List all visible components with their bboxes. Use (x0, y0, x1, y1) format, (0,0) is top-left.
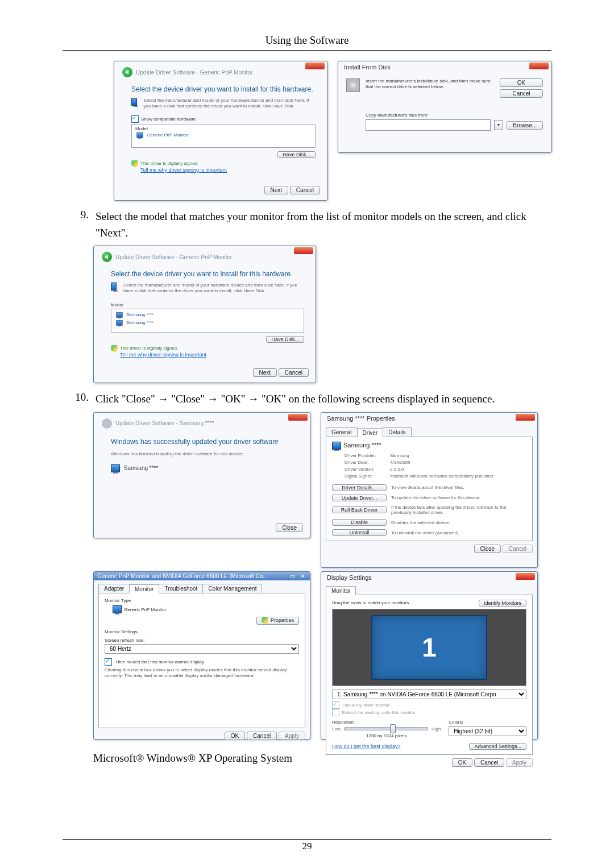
resolution-slider[interactable] (344, 727, 428, 730)
close-icon[interactable] (516, 414, 535, 421)
next-button[interactable]: Next (264, 186, 289, 194)
uninstall-button[interactable]: Uninstall (332, 529, 387, 536)
label-provider: Driver Provider: (345, 453, 390, 458)
label-date: Driver Date: (345, 460, 390, 465)
close-icon[interactable] (288, 414, 308, 421)
label-version: Driver Version: (345, 467, 390, 472)
value-date: 4/14/2005 (390, 460, 526, 465)
model-row[interactable]: Samsung **** (126, 320, 154, 325)
best-display-link[interactable]: How do I get the best display? (332, 744, 401, 749)
monitor-icon (131, 98, 137, 106)
close-icon[interactable] (516, 573, 535, 580)
monitor-icon (111, 283, 117, 290)
cancel-button[interactable]: Cancel (474, 758, 504, 767)
shield-icon (131, 160, 138, 167)
colors-select[interactable]: Highest (32 bit) (449, 726, 526, 736)
disk-icon (346, 78, 360, 92)
update-driver-text: To update the driver software for this d… (391, 495, 526, 500)
update-driver-button[interactable]: Update Driver... (332, 495, 387, 501)
dialog-title: Display Settings (321, 572, 537, 583)
browse-button[interactable]: Browse... (507, 121, 543, 130)
column-header-model: Model (135, 126, 312, 131)
extend-desktop-checkbox (332, 709, 339, 716)
dialog-title: Samsung **** Properties (321, 413, 537, 424)
rollback-driver-button[interactable]: Roll Back Driver (332, 506, 387, 513)
model-row[interactable]: Samsung **** (126, 312, 154, 317)
dialog-title: Install From Disk (338, 61, 551, 73)
device-name: Samsung **** (124, 464, 159, 471)
close-icon[interactable] (529, 63, 549, 69)
footer-rule (63, 839, 551, 840)
driver-signing-link[interactable]: Tell me why driver signing is important (140, 167, 316, 173)
wizard-success-window: Update Driver Software - Samsung **** Wi… (93, 412, 310, 538)
driver-signing-link[interactable]: Tell me why driver signing is important (120, 352, 304, 358)
cancel-button[interactable]: Cancel (500, 89, 543, 98)
display-settings-dialog: Display Settings Monitor Drag the icons … (321, 571, 538, 740)
wizard-heading: Select the device driver you want to ins… (111, 270, 304, 278)
monitor-icon (116, 320, 122, 326)
monitor-preview[interactable]: 1 (371, 615, 487, 680)
breadcrumb: Update Driver Software - Generic PnP Mon… (115, 254, 232, 260)
properties-button[interactable]: Properties (256, 617, 299, 625)
header-rule (63, 50, 551, 51)
identify-monitors-button[interactable]: Identify Monitors (479, 600, 526, 607)
device-name: Samsung **** (343, 442, 381, 448)
tab-general[interactable]: General (326, 427, 358, 437)
tab-monitor[interactable]: Monitor (326, 586, 356, 595)
disable-button[interactable]: Disable (332, 519, 387, 526)
tab-monitor[interactable]: Monitor (129, 584, 159, 593)
hide-modes-checkbox[interactable] (105, 658, 112, 666)
value-provider: Samsung (390, 453, 526, 458)
driver-details-button[interactable]: Driver Details... (332, 484, 387, 491)
tab-troubleshoot[interactable]: Troubleshoot (159, 584, 203, 593)
close-icon[interactable] (305, 63, 325, 69)
ok-button[interactable]: OK (500, 78, 543, 87)
driver-signed-text: This driver is digitally signed. (120, 346, 178, 351)
tab-details[interactable]: Details (383, 427, 412, 437)
step-number: 9. (63, 209, 96, 241)
display-select[interactable]: 1. Samsung **** on NVIDIA GeForce 6600 L… (332, 690, 526, 699)
label-resolution: Resolution: (332, 720, 441, 725)
column-header-model: Model (111, 302, 304, 308)
close-button[interactable]: Close (474, 545, 501, 553)
driver-properties-dialog: Samsung **** Properties General Driver D… (321, 412, 538, 568)
copy-from-input[interactable] (366, 119, 491, 131)
next-button[interactable]: Next (253, 368, 277, 377)
monitor-icon (116, 312, 122, 318)
monitor-icon (113, 605, 122, 613)
close-button[interactable]: Close (276, 524, 303, 532)
cancel-button[interactable]: Cancel (290, 186, 320, 194)
step-text: Click "Close" → "Close" → "OK" → "OK" on… (96, 391, 551, 408)
cancel-button: Cancel (503, 545, 533, 553)
refresh-rate-select[interactable]: 60 Hertz (105, 644, 299, 654)
back-button[interactable] (122, 67, 132, 77)
cancel-button[interactable]: Cancel (247, 732, 277, 740)
ok-button[interactable]: OK (452, 758, 472, 767)
cancel-button[interactable]: Cancel (279, 368, 309, 377)
tab-driver[interactable]: Driver (357, 428, 384, 437)
close-icon[interactable] (294, 247, 313, 254)
back-button[interactable] (102, 252, 112, 262)
breadcrumb: Update Driver Software - Generic PnP Mon… (136, 69, 252, 76)
driver-details-text: To view details about the driver files. (391, 485, 526, 490)
label-signer: Digital Signer: (345, 474, 390, 479)
model-row[interactable]: Generic PnP Monitor (147, 132, 189, 138)
tab-color-management[interactable]: Color Management (202, 584, 262, 593)
main-monitor-checkbox (332, 701, 339, 709)
group-monitor-settings: Monitor Settings (105, 629, 299, 634)
show-compatible-label: Show compatible hardware (141, 116, 196, 121)
advanced-settings-button[interactable]: Advanced Settings... (469, 743, 526, 750)
ok-button[interactable]: OK (225, 732, 245, 740)
step-text: Select the model that matches your monit… (96, 209, 551, 241)
shield-icon (262, 617, 268, 624)
dialog-title: Generic PnP Monitor and NVIDIA GeForce 6… (97, 573, 268, 579)
step-10: 10. Click "Close" → "Close" → "OK" → "OK… (63, 391, 551, 408)
have-disk-button[interactable]: Have Disk... (266, 336, 304, 343)
tab-adapter[interactable]: Adapter (98, 584, 130, 593)
window-controls[interactable]: ▭ ✕ (290, 573, 306, 579)
dropdown-arrow-icon[interactable]: ▾ (494, 120, 503, 130)
show-compatible-checkbox[interactable] (131, 115, 139, 123)
resolution-low: Low (332, 726, 341, 732)
wizard-heading: Select the device driver you want to ins… (131, 85, 316, 93)
have-disk-button[interactable]: Have Disk... (277, 151, 316, 158)
